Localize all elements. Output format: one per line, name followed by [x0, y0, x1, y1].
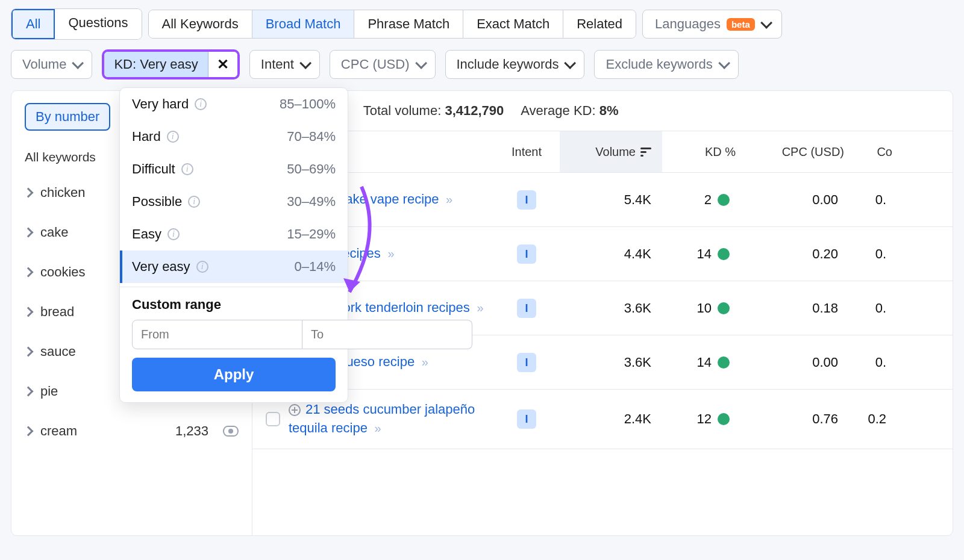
- info-icon[interactable]: i: [181, 163, 193, 175]
- tab-phrase-match[interactable]: Phrase Match: [354, 10, 463, 38]
- tab-questions[interactable]: Questions: [55, 9, 141, 39]
- kd-level-range: 70–84%: [287, 129, 336, 145]
- stat-volume-label: Total volume:: [363, 103, 442, 118]
- tab-related[interactable]: Related: [563, 10, 636, 38]
- sidebar-item-label: cream: [40, 423, 167, 439]
- col-kd[interactable]: KD %: [662, 145, 740, 159]
- com-cell: 0.2: [849, 411, 897, 427]
- table-row: sure jell recipes » I 4.4K 14 0.20 0.: [252, 227, 953, 281]
- kd-level-range: 50–69%: [287, 161, 336, 177]
- kd-level-very easy[interactable]: Very easyi 0–14%: [120, 250, 348, 283]
- open-icon: »: [443, 193, 453, 206]
- com-cell: 0.: [849, 192, 897, 208]
- volume-cell: 5.4K: [560, 192, 662, 208]
- col-intent[interactable]: Intent: [493, 145, 560, 159]
- chevron-down-icon: [565, 57, 577, 69]
- table-body: coconut cake vape recipe » I 5.4K 2 0.00…: [252, 173, 953, 449]
- kd-level-very hard[interactable]: Very hardi 85–100%: [120, 88, 348, 120]
- keyword-link[interactable]: 21 seeds cucumber jalapeño tequila recip…: [289, 402, 475, 435]
- open-icon: »: [371, 422, 381, 435]
- filter-cpc[interactable]: CPC (USD): [330, 50, 436, 79]
- sidebar-item-cream[interactable]: cream 1,233: [11, 411, 252, 451]
- intent-cell: I: [493, 244, 560, 264]
- intent-badge: I: [517, 353, 536, 372]
- intent-cell: I: [493, 353, 560, 372]
- kd-cell: 14: [662, 355, 740, 370]
- filter-kd-button[interactable]: KD: Very easy: [104, 52, 208, 77]
- filter-intent[interactable]: Intent: [249, 50, 320, 79]
- intent-badge: I: [517, 190, 536, 210]
- col-volume[interactable]: Volume: [560, 131, 662, 172]
- info-icon[interactable]: i: [167, 131, 179, 143]
- chevron-right-icon: [23, 267, 34, 278]
- tab-group-match: All Keywords Broad Match Phrase Match Ex…: [148, 10, 637, 39]
- filter-exclude-keywords[interactable]: Exclude keywords: [594, 50, 738, 79]
- tab-exact-match[interactable]: Exact Match: [463, 10, 563, 38]
- kd-level-range: 85–100%: [280, 96, 336, 112]
- languages-dropdown[interactable]: Languages beta: [642, 10, 782, 39]
- kd-cell: 10: [662, 300, 740, 316]
- col-com[interactable]: Co: [849, 145, 897, 159]
- filter-exclude-label: Exclude keywords: [606, 57, 712, 72]
- filter-include-label: Include keywords: [457, 57, 559, 72]
- eye-icon: [223, 426, 239, 437]
- divider: [120, 287, 348, 287]
- difficulty-dot-icon: [718, 302, 730, 314]
- tab-all[interactable]: All: [11, 9, 55, 39]
- kd-level-label: Very hard: [132, 96, 189, 112]
- kd-level-hard[interactable]: Hardi 70–84%: [120, 120, 348, 153]
- table-row: 21 seeds cucumber jalapeño tequila recip…: [252, 390, 953, 449]
- info-icon[interactable]: i: [188, 196, 200, 208]
- chevron-down-icon: [299, 57, 311, 69]
- info-icon[interactable]: i: [167, 228, 180, 240]
- row-checkbox[interactable]: [266, 412, 280, 426]
- tab-all-keywords[interactable]: All Keywords: [149, 10, 252, 38]
- expand-icon[interactable]: [289, 404, 301, 416]
- stat-kd-value: 8%: [599, 103, 619, 118]
- kd-level-difficult[interactable]: Difficulti 50–69%: [120, 153, 348, 185]
- kd-level-label: Difficult: [132, 161, 175, 177]
- filter-volume[interactable]: Volume: [11, 50, 92, 79]
- difficulty-dot-icon: [718, 248, 730, 260]
- cpc-cell: 0.00: [740, 192, 849, 208]
- main-table-area: words: 53.3K Total volume: 3,412,790 Ave…: [252, 91, 953, 535]
- keyword-cell[interactable]: 21 seeds cucumber jalapeño tequila recip…: [289, 400, 493, 438]
- custom-range-to[interactable]: [302, 320, 472, 349]
- volume-cell: 2.4K: [560, 411, 662, 427]
- kd-level-label: Possible: [132, 194, 182, 210]
- open-icon: »: [384, 247, 395, 260]
- col-cpc[interactable]: CPC (USD): [740, 145, 849, 159]
- apply-button[interactable]: Apply: [132, 358, 336, 391]
- filter-include-keywords[interactable]: Include keywords: [445, 50, 585, 79]
- table-row: coconut cake vape recipe » I 5.4K 2 0.00…: [252, 173, 953, 227]
- kd-dropdown-popover: Very hardi 85–100% Hardi 70–84% Difficul…: [119, 87, 348, 403]
- kd-level-possible[interactable]: Possiblei 30–49%: [120, 185, 348, 218]
- filter-intent-label: Intent: [261, 57, 294, 72]
- intent-cell: I: [493, 299, 560, 318]
- by-number-toggle[interactable]: By number: [25, 103, 110, 131]
- languages-label: Languages: [655, 16, 721, 32]
- intent-badge: I: [517, 299, 536, 318]
- difficulty-dot-icon: [718, 194, 730, 206]
- kd-cell: 12: [662, 411, 740, 427]
- filter-kd-clear[interactable]: ✕: [208, 52, 237, 77]
- cpc-cell: 0.00: [740, 355, 849, 370]
- com-cell: 0.: [849, 355, 897, 370]
- tab-group-view: All Questions: [11, 8, 142, 40]
- kd-level-label: Hard: [132, 129, 161, 145]
- custom-range-title: Custom range: [120, 294, 348, 320]
- intent-badge: I: [517, 244, 536, 264]
- info-icon[interactable]: i: [196, 261, 208, 273]
- tab-broad-match[interactable]: Broad Match: [252, 10, 355, 38]
- intent-cell: I: [493, 409, 560, 429]
- chevron-right-icon: [23, 228, 34, 238]
- kd-level-easy[interactable]: Easyi 15–29%: [120, 218, 348, 250]
- filter-volume-label: Volume: [22, 57, 66, 72]
- difficulty-dot-icon: [718, 356, 730, 369]
- custom-range-from[interactable]: [132, 320, 302, 349]
- chevron-right-icon: [23, 387, 34, 397]
- chevron-down-icon: [718, 57, 730, 69]
- filter-row: Volume KD: Very easy ✕ Intent CPC (USD) …: [0, 43, 964, 90]
- com-cell: 0.: [849, 300, 897, 316]
- info-icon[interactable]: i: [195, 98, 207, 110]
